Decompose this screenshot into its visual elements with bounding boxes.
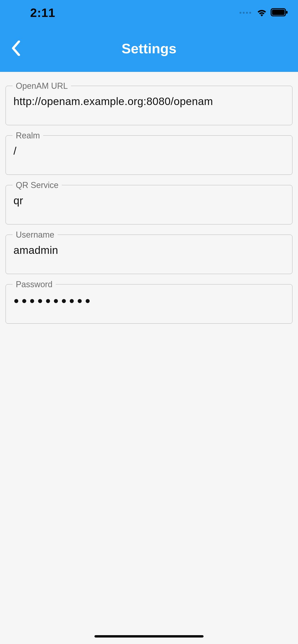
label-username: Username [13, 230, 58, 240]
nav-bar: Settings [0, 26, 298, 72]
input-qr-service[interactable] [14, 194, 284, 207]
settings-form: OpenAM URL Realm QR Service Username Pas… [0, 72, 298, 341]
input-username[interactable] [14, 244, 284, 256]
input-realm[interactable] [14, 145, 284, 157]
field-password: Password [6, 284, 292, 324]
wifi-icon [256, 8, 267, 18]
field-realm: Realm [6, 136, 292, 175]
field-qr-service: QR Service [6, 185, 292, 224]
label-password: Password [13, 280, 56, 289]
input-password[interactable] [14, 295, 284, 306]
status-bar: 2:11 [0, 0, 298, 26]
svg-rect-1 [272, 10, 285, 15]
battery-icon [271, 8, 289, 18]
page-title: Settings [122, 40, 177, 56]
cellular-dots-icon [239, 12, 251, 14]
field-openam-url: OpenAM URL [6, 86, 292, 125]
back-button[interactable] [7, 36, 26, 62]
input-openam-url[interactable] [14, 95, 284, 108]
status-indicators [239, 8, 289, 18]
status-time: 2:11 [30, 6, 55, 20]
field-username: Username [6, 234, 292, 274]
svg-rect-2 [286, 11, 287, 14]
home-indicator[interactable] [95, 635, 203, 638]
label-qr-service: QR Service [13, 180, 62, 190]
label-realm: Realm [13, 131, 43, 140]
label-openam-url: OpenAM URL [13, 81, 71, 91]
chevron-left-icon [12, 40, 21, 56]
